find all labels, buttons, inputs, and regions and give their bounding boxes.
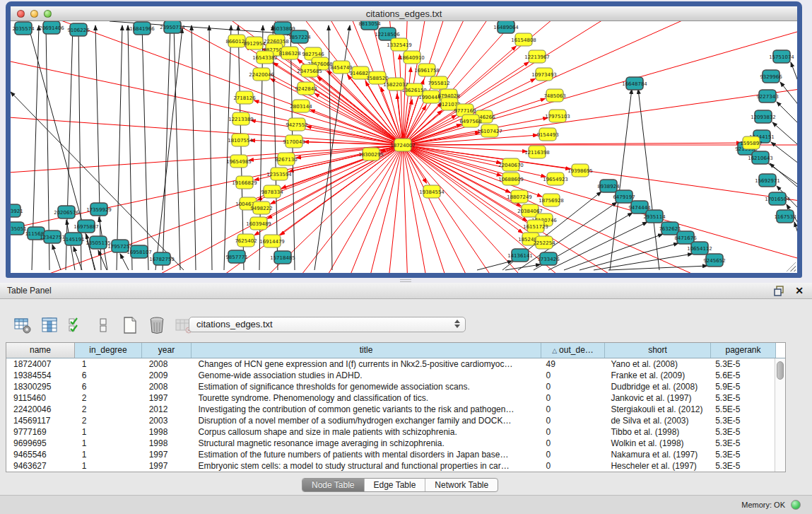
- citation-graph[interactable]: 2035574206914069106226168419662395071416…: [11, 21, 797, 273]
- table-cell[interactable]: Yano et al. (2008): [604, 358, 710, 370]
- window-resize-grip[interactable]: [786, 262, 796, 271]
- table-cell[interactable]: 18724007: [6, 358, 75, 370]
- table-cell[interactable]: Tibbo et al. (1998): [604, 426, 710, 438]
- table-cell[interactable]: 5.3E-5: [710, 438, 775, 449]
- table-cell[interactable]: 2008: [142, 358, 192, 370]
- table-cell[interactable]: 1997: [142, 392, 192, 404]
- table-cell[interactable]: 9465546: [6, 449, 75, 460]
- table-cell[interactable]: 1: [75, 438, 142, 449]
- table-cell[interactable]: Genome-wide association studies in ADHD.: [192, 370, 541, 381]
- table-cell[interactable]: 2003: [142, 415, 192, 426]
- new-table-icon[interactable]: [120, 316, 139, 335]
- table-cell[interactable]: 1997: [142, 460, 192, 472]
- table-cell[interactable]: 5.6E-5: [710, 370, 775, 381]
- table-cell[interactable]: 5.3E-5: [710, 460, 775, 472]
- column-header-title[interactable]: title: [192, 343, 541, 358]
- table-cell[interactable]: 6: [75, 370, 142, 381]
- tab-node-table[interactable]: Node Table: [302, 479, 365, 491]
- table-cell[interactable]: de Silva et al. (2003): [604, 415, 710, 426]
- table-cell[interactable]: 2: [75, 392, 142, 404]
- column-header-pagerank[interactable]: pagerank: [711, 343, 776, 358]
- window-titlebar[interactable]: citations_edges.txt: [11, 6, 797, 21]
- table-cell[interactable]: 0: [541, 415, 604, 426]
- table-cell[interactable]: 2009: [142, 370, 192, 381]
- table-cell[interactable]: 9777169: [6, 426, 75, 438]
- tab-network-table[interactable]: Network Table: [425, 479, 498, 491]
- table-cell[interactable]: 5.9E-5: [710, 381, 775, 392]
- table-cell[interactable]: Embryonic stem cells: a model to study s…: [192, 460, 541, 472]
- table-cell[interactable]: 1998: [142, 438, 192, 449]
- table-cell[interactable]: 0: [541, 370, 604, 381]
- table-cell[interactable]: 0: [541, 392, 604, 404]
- table-row[interactable]: 946362711997Embryonic stem cells: a mode…: [6, 460, 775, 472]
- table-cell[interactable]: 9115460: [6, 392, 75, 404]
- table-cell[interactable]: 5.3E-5: [710, 392, 775, 404]
- table-cell[interactable]: Tourette syndrome. Phenomenology and cla…: [192, 392, 541, 404]
- table-settings-icon[interactable]: [13, 316, 32, 335]
- table-cell[interactable]: Franke et al. (2009): [604, 370, 710, 381]
- table-row[interactable]: 1830029562008Estimation of significance …: [6, 381, 775, 392]
- table-row[interactable]: 969969511998Structural magnetic resonanc…: [6, 438, 775, 449]
- table-cell[interactable]: Estimation of the future numbers of pati…: [192, 449, 541, 460]
- table-cell[interactable]: 22420046: [6, 404, 75, 415]
- table-cell[interactable]: Hescheler et al. (1997): [604, 460, 710, 472]
- network-canvas[interactable]: 2035574206914069106226168419662395071416…: [11, 21, 797, 273]
- table-cell[interactable]: Dudbridge et al. (2008): [604, 381, 710, 392]
- table-cell[interactable]: Corpus callosum shape and size in male p…: [192, 426, 541, 438]
- table-cell[interactable]: 5.3E-5: [710, 426, 775, 438]
- table-cell[interactable]: Structural magnetic resonance image aver…: [192, 438, 541, 449]
- table-cell[interactable]: Changes of HCN gene expression and I(f) …: [192, 358, 541, 370]
- table-cell[interactable]: 0: [541, 404, 604, 415]
- table-cell[interactable]: 5.3E-5: [710, 415, 775, 426]
- network-table-select[interactable]: citations_edges.txt: [189, 317, 466, 332]
- table-cell[interactable]: Estimation of significance thresholds fo…: [192, 381, 541, 392]
- table-row[interactable]: 1938455462009Genome-wide association stu…: [6, 370, 775, 381]
- table-cell[interactable]: 0: [541, 438, 604, 449]
- table-cell[interactable]: 5.5E-5: [710, 404, 775, 415]
- table-scrollbar-thumb[interactable]: [777, 361, 784, 380]
- column-header-out-degree[interactable]: △out_de…: [541, 343, 605, 358]
- table-row[interactable]: 1456911722003Disruption of a novel membe…: [6, 415, 775, 426]
- select-columns-icon[interactable]: [66, 316, 86, 335]
- table-cell[interactable]: Investigating the contribution of common…: [192, 404, 541, 415]
- delete-table-icon[interactable]: [147, 316, 166, 335]
- table-cell[interactable]: Wolkin et al. (1998): [604, 438, 710, 449]
- table-cell[interactable]: 19384554: [6, 370, 75, 381]
- merge-rows-icon[interactable]: [93, 316, 112, 335]
- table-cell[interactable]: 1: [75, 449, 142, 460]
- table-cell[interactable]: 0: [541, 381, 604, 392]
- table-cell[interactable]: 1: [75, 460, 142, 472]
- table-cell[interactable]: 6: [75, 381, 142, 392]
- table-cell[interactable]: 0: [541, 460, 604, 472]
- table-row[interactable]: 977716911998Corpus callosum shape and si…: [6, 426, 775, 438]
- table-cell[interactable]: 18300295: [6, 381, 75, 392]
- table-cell[interactable]: Stergiakouli et al. (2012): [604, 404, 710, 415]
- table-cell[interactable]: 5.3E-5: [710, 358, 775, 370]
- column-header-name[interactable]: name: [6, 343, 75, 358]
- table-cell[interactable]: 2: [75, 404, 142, 415]
- table-cell[interactable]: 5.3E-5: [710, 449, 775, 460]
- column-header-short[interactable]: short: [605, 343, 711, 358]
- tab-edge-table[interactable]: Edge Table: [365, 479, 426, 491]
- close-panel-icon[interactable]: ✕: [795, 285, 804, 296]
- column-header-year[interactable]: year: [142, 343, 192, 358]
- table-cell[interactable]: 1: [75, 426, 142, 438]
- table-cell[interactable]: Nakamura et al. (1997): [604, 449, 710, 460]
- table-row[interactable]: 1872400712008Changes of HCN gene express…: [6, 358, 775, 370]
- table-cell[interactable]: 2: [75, 415, 142, 426]
- table-cell[interactable]: 9699695: [6, 438, 75, 449]
- table-cell[interactable]: 14569117: [6, 415, 75, 426]
- table-row[interactable]: 2242004622012Investigating the contribut…: [6, 404, 775, 415]
- table-cell[interactable]: Disruption of a novel member of a sodium…: [192, 415, 541, 426]
- table-cell[interactable]: Jankovic et al. (1997): [604, 392, 710, 404]
- float-panel-icon[interactable]: [774, 286, 785, 296]
- show-columns-icon[interactable]: [40, 316, 59, 335]
- table-cell[interactable]: 1: [75, 358, 142, 370]
- table-row[interactable]: 946554611997Estimation of the future num…: [6, 449, 775, 460]
- panel-splitter-handle[interactable]: [400, 279, 411, 282]
- table-cell[interactable]: 2008: [142, 381, 192, 392]
- table-cell[interactable]: 9463627: [6, 460, 75, 472]
- table-scrollbar[interactable]: [775, 358, 785, 472]
- table-cell[interactable]: 49: [541, 358, 604, 370]
- column-header-in-degree[interactable]: in_degree: [75, 343, 142, 358]
